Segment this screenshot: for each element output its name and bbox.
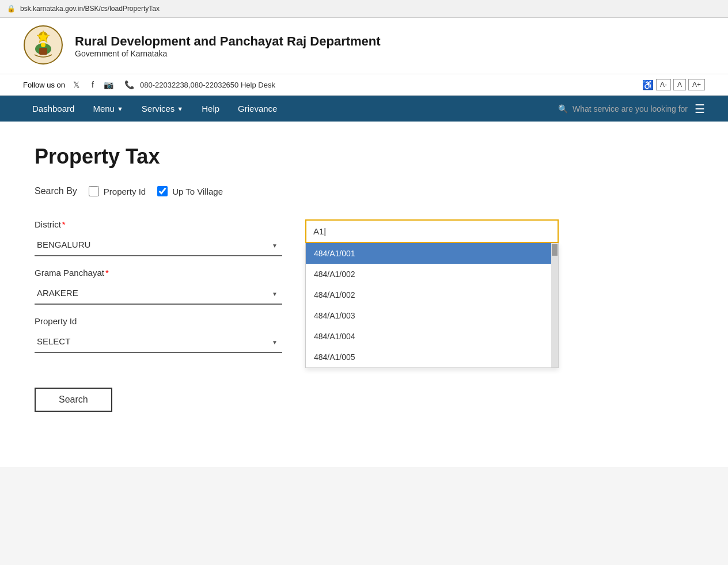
autocomplete-dropdown: 484/A1/001 484/A1/002 484/A1/002 484/A1/… — [305, 243, 559, 368]
grama-select-wrapper: ARAKERE — [35, 282, 282, 305]
phone-icon: 📞 — [124, 79, 135, 90]
district-row: District* BENGALURU 484/A1/001 484/A1/00… — [35, 219, 693, 256]
district-required: * — [62, 219, 66, 229]
services-chevron-icon: ▼ — [177, 105, 183, 112]
nav-bar: Dashboard Menu ▼ Services ▼ Help Grievan… — [0, 96, 728, 122]
dropdown-item-3[interactable]: 484/A1/003 — [306, 305, 558, 326]
autocomplete-input[interactable] — [305, 219, 559, 243]
font-controls: ♿ A- A A+ — [642, 79, 705, 90]
nav-links: Dashboard Menu ▼ Services ▼ Help Grievan… — [23, 96, 286, 122]
property-id-field-label: Property Id — [35, 316, 282, 326]
svg-point-5 — [41, 43, 46, 47]
dropdown-scrollbar[interactable] — [551, 243, 558, 367]
autocomplete-container: 484/A1/001 484/A1/002 484/A1/002 484/A1/… — [305, 219, 559, 243]
svg-rect-4 — [39, 48, 47, 55]
browser-url: bsk.karnataka.gov.in/BSK/cs/loadProperty… — [20, 5, 160, 13]
hamburger-icon[interactable]: ☰ — [695, 102, 705, 116]
nav-services[interactable]: Services ▼ — [132, 96, 192, 122]
font-increase-button[interactable]: A+ — [688, 79, 705, 90]
site-header: Rural Development and Panchayat Raj Depa… — [0, 18, 728, 74]
district-select[interactable]: BENGALURU — [35, 234, 282, 256]
property-id-field: Property Id SELECT — [35, 316, 282, 353]
dropdown-item-0[interactable]: 484/A1/001 — [306, 243, 558, 264]
dropdown-item-4[interactable]: 484/A1/004 — [306, 326, 558, 347]
up-to-village-checkbox[interactable] — [157, 186, 168, 196]
menu-chevron-icon: ▼ — [117, 105, 123, 112]
follow-label: Follow us on — [23, 81, 65, 89]
nav-search-icon: 🔍 — [558, 104, 568, 113]
scroll-thumb — [552, 244, 558, 256]
follow-bar: Follow us on 𝕏 f 📷 📞 080-22032238,080-22… — [0, 74, 728, 96]
property-id-checkbox-group: Property Id — [89, 186, 146, 196]
property-id-checkbox-label[interactable]: Property Id — [104, 187, 146, 196]
grama-required: * — [105, 268, 109, 278]
font-normal-button[interactable]: A — [673, 79, 686, 90]
nav-help[interactable]: Help — [192, 96, 229, 122]
nav-search-input[interactable] — [572, 104, 688, 113]
grama-panchayat-select[interactable]: ARAKERE — [35, 282, 282, 305]
nav-menu[interactable]: Menu ▼ — [84, 96, 132, 122]
nav-dashboard[interactable]: Dashboard — [23, 96, 84, 122]
grama-panchayat-field: Grama Panchayat* ARAKERE — [35, 268, 282, 305]
logo — [23, 25, 63, 67]
search-button[interactable]: Search — [35, 388, 112, 412]
property-id-select[interactable]: SELECT — [35, 331, 282, 353]
property-id-checkbox[interactable] — [89, 186, 99, 196]
dropdown-item-1[interactable]: 484/A1/002 — [306, 264, 558, 285]
site-subtitle: Government of Karnataka — [75, 49, 381, 58]
instagram-icon[interactable]: 📷 — [103, 79, 115, 90]
up-to-village-checkbox-group: Up To Village — [157, 186, 223, 196]
nav-grievance[interactable]: Grievance — [229, 96, 286, 122]
page-title: Property Tax — [35, 145, 693, 169]
social-icons: 𝕏 f 📷 📞 080-22032238,080-22032650 Help D… — [71, 79, 275, 90]
main-content: Property Tax Search By Property Id Up To… — [0, 122, 728, 467]
dropdown-item-5[interactable]: 484/A1/005 — [306, 347, 558, 367]
font-decrease-button[interactable]: A- — [656, 79, 671, 90]
district-field: District* BENGALURU — [35, 219, 282, 256]
search-by-label: Search By — [35, 186, 77, 196]
browser-bar: 🔒 bsk.karnataka.gov.in/BSK/cs/loadProper… — [0, 0, 728, 18]
district-label: District* — [35, 219, 282, 229]
phone-number: 080-22032238,080-22032650 Help Desk — [140, 81, 275, 89]
lock-icon: 🔒 — [7, 5, 16, 13]
site-name: Rural Development and Panchayat Raj Depa… — [75, 34, 381, 49]
grama-panchayat-label: Grama Panchayat* — [35, 268, 282, 278]
property-id-select-wrapper: SELECT — [35, 331, 282, 353]
district-select-wrapper: BENGALURU — [35, 234, 282, 256]
dropdown-item-2[interactable]: 484/A1/002 — [306, 285, 558, 305]
search-by-row: Search By Property Id Up To Village — [35, 186, 693, 196]
facebook-icon[interactable]: f — [87, 79, 98, 90]
nav-search: 🔍 — [558, 104, 688, 113]
site-title: Rural Development and Panchayat Raj Depa… — [75, 34, 381, 58]
twitter-icon[interactable]: 𝕏 — [71, 79, 82, 90]
accessibility-icon: ♿ — [642, 79, 654, 90]
up-to-village-checkbox-label[interactable]: Up To Village — [172, 187, 223, 196]
